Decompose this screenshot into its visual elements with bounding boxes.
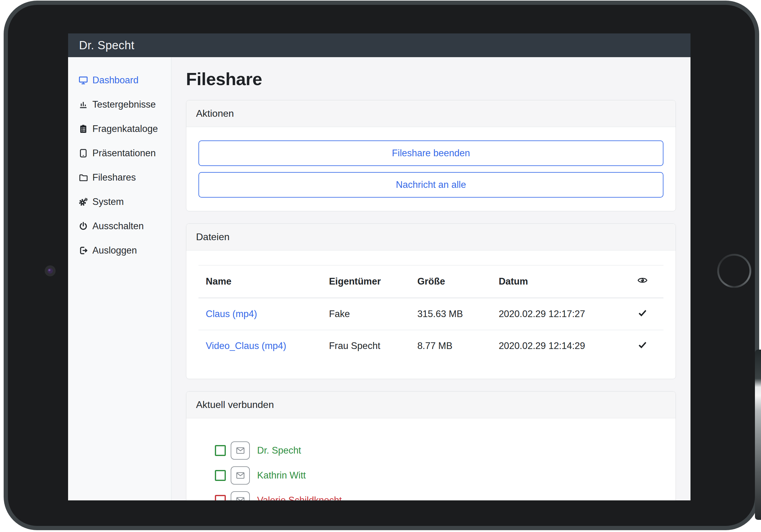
user-name: Dr. Specht <box>257 445 301 456</box>
user-checkbox[interactable] <box>215 495 226 501</box>
connected-card: Aktuell verbunden Dr. Specht <box>186 391 676 501</box>
connected-user-row: Valerie Schildknecht <box>215 488 664 501</box>
actions-card: Aktionen Fileshare beenden Nachricht an … <box>186 100 676 211</box>
envelope-icon <box>236 446 245 455</box>
top-navbar: Dr. Specht <box>68 33 690 57</box>
folder-icon <box>79 173 88 182</box>
connected-user-row: Kathrin Witt <box>215 463 664 488</box>
fileshare-beenden-button[interactable]: Fileshare beenden <box>199 141 664 166</box>
check-icon <box>638 308 647 318</box>
sidebar-item-label: Testergebnisse <box>92 99 156 110</box>
sidebar-item-system[interactable]: System <box>68 190 171 214</box>
sidebar-item-praesentationen[interactable]: Präsentationen <box>68 141 171 165</box>
user-checkbox[interactable] <box>215 470 226 481</box>
nachricht-an-alle-button[interactable]: Nachricht an alle <box>199 172 664 198</box>
sidebar-item-label: Präsentationen <box>92 148 156 159</box>
sidebar-item-label: Ausschalten <box>92 221 144 232</box>
user-checkbox[interactable] <box>215 445 226 456</box>
app-brand: Dr. Specht <box>79 39 134 52</box>
file-link[interactable]: Claus (mp4) <box>206 309 257 319</box>
files-table-header-row: Name Eigentümer Größe Datum <box>199 266 664 298</box>
file-link[interactable]: Video_Claus (mp4) <box>206 340 286 351</box>
power-icon <box>79 221 88 231</box>
sidebar-item-label: Ausloggen <box>92 245 137 256</box>
sidebar-nav: Dashboard Testergebnisse <box>68 57 171 501</box>
user-name: Valerie Schildknecht <box>257 495 342 501</box>
eye-icon <box>637 275 648 285</box>
file-date: 2020.02.29 12:14:29 <box>492 330 621 362</box>
send-message-button[interactable] <box>231 466 250 485</box>
cogs-icon <box>79 197 88 207</box>
files-card-header: Dateien <box>186 224 675 251</box>
files-table: Name Eigentümer Größe Datum <box>199 265 664 362</box>
send-message-button[interactable] <box>231 491 250 501</box>
column-header-seen <box>621 266 664 298</box>
file-owner: Fake <box>322 298 410 330</box>
actions-card-header: Aktionen <box>186 100 675 127</box>
sidebar-item-ausloggen[interactable]: Ausloggen <box>68 238 171 263</box>
send-message-button[interactable] <box>231 442 250 460</box>
front-camera <box>45 266 56 276</box>
column-header-name: Name <box>199 266 322 298</box>
sidebar-item-label: System <box>92 196 124 207</box>
device-edge-highlight <box>755 350 761 520</box>
user-name: Kathrin Witt <box>257 470 306 481</box>
file-date: 2020.02.29 12:17:27 <box>492 298 621 330</box>
column-header-owner: Eigentümer <box>322 266 410 298</box>
clipboard-list-icon <box>79 124 88 134</box>
sidebar-item-label: Fragenkataloge <box>92 123 158 134</box>
desktop-icon <box>79 75 88 85</box>
sidebar-item-ausschalten[interactable]: Ausschalten <box>68 214 171 238</box>
files-card: Dateien Name Eigentümer Größe Datum <box>186 223 676 379</box>
app-screen: Dr. Specht Dashboard Testergebnisse <box>68 33 690 501</box>
envelope-icon <box>236 471 245 480</box>
file-owner: Frau Specht <box>322 330 410 362</box>
file-size: 8.77 MB <box>410 330 492 362</box>
file-size: 315.63 MB <box>410 298 492 330</box>
logout-icon <box>79 246 88 255</box>
column-header-date: Datum <box>492 266 621 298</box>
sidebar-item-testergebnisse[interactable]: Testergebnisse <box>68 92 171 117</box>
sidebar-item-label: Fileshares <box>92 172 136 183</box>
bar-chart-icon <box>79 100 88 109</box>
home-button <box>717 254 751 288</box>
envelope-icon <box>236 496 245 501</box>
connected-user-row: Dr. Specht <box>215 439 664 463</box>
main-content: Fileshare Aktionen Fileshare beenden Nac… <box>171 57 690 501</box>
sidebar-item-label: Dashboard <box>92 75 139 86</box>
page-title: Fileshare <box>186 69 676 89</box>
connected-card-header: Aktuell verbunden <box>186 391 675 418</box>
column-header-size: Größe <box>410 266 492 298</box>
check-icon <box>638 340 647 350</box>
sidebar-item-fileshares[interactable]: Fileshares <box>68 165 171 190</box>
table-row: Video_Claus (mp4) Frau Specht 8.77 MB 20… <box>199 330 664 362</box>
tablet-icon <box>79 148 88 158</box>
sidebar-item-dashboard[interactable]: Dashboard <box>68 68 171 92</box>
table-row: Claus (mp4) Fake 315.63 MB 2020.02.29 12… <box>199 298 664 330</box>
sidebar-item-fragenkataloge[interactable]: Fragenkataloge <box>68 117 171 141</box>
